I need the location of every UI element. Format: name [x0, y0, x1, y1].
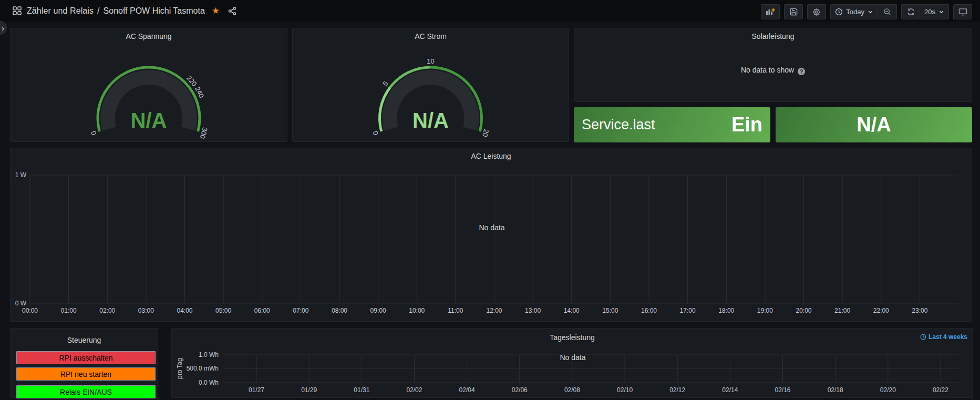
- no-data-message: No data: [479, 223, 504, 232]
- svg-text:0: 0: [89, 130, 98, 136]
- share-icon[interactable]: [228, 7, 236, 15]
- svg-text:21:00: 21:00: [834, 307, 850, 314]
- refresh-interval-label: 20s: [924, 8, 935, 16]
- svg-text:1.0 Wh: 1.0 Wh: [199, 351, 219, 358]
- svg-text:N/A: N/A: [131, 109, 167, 132]
- svg-text:02/18: 02/18: [828, 386, 843, 394]
- svg-text:02/20: 02/20: [880, 386, 896, 394]
- svg-text:02/16: 02/16: [775, 386, 790, 394]
- panel-steuerung: Steuerung RPI ausschalten RPI neu starte…: [10, 328, 158, 398]
- svg-text:01/27: 01/27: [249, 386, 264, 394]
- time-range-label: Today: [846, 8, 864, 16]
- svg-text:03:00: 03:00: [138, 307, 154, 314]
- svg-text:09:00: 09:00: [370, 307, 386, 314]
- svg-text:01/31: 01/31: [354, 386, 369, 394]
- svg-text:pro Tag: pro Tag: [176, 358, 183, 379]
- tagesleistung-plot: 1.0 Wh500.0 mWh0.0 Wh01/2701/2901/3102/0…: [172, 329, 973, 397]
- svg-text:0 W: 0 W: [15, 300, 27, 307]
- svg-text:0.0 Wh: 0.0 Wh: [199, 379, 219, 386]
- svg-text:19:00: 19:00: [757, 307, 773, 314]
- zoom-out-button[interactable]: [878, 4, 897, 19]
- svg-text:10: 10: [427, 57, 434, 65]
- svg-text:02/04: 02/04: [459, 386, 475, 394]
- kiosk-mode-button[interactable]: [953, 4, 972, 19]
- svg-text:5: 5: [381, 80, 389, 88]
- svg-text:22:00: 22:00: [873, 307, 889, 314]
- stat-value: N/A: [857, 114, 891, 136]
- svg-text:02/10: 02/10: [617, 386, 633, 394]
- svg-text:01:00: 01:00: [61, 307, 77, 314]
- dashboard-settings-button[interactable]: [807, 4, 826, 19]
- svg-text:18:00: 18:00: [718, 307, 734, 314]
- dashboards-grid-icon[interactable]: [13, 6, 22, 15]
- svg-text:23:00: 23:00: [912, 307, 927, 314]
- svg-text:12:00: 12:00: [486, 307, 502, 314]
- svg-text:15:00: 15:00: [602, 307, 618, 314]
- ac-leistung-plot: 1 W0 W00:0001:0002:0003:0004:0005:0006:0…: [11, 148, 972, 321]
- svg-text:11:00: 11:00: [448, 307, 463, 314]
- svg-text:02/22: 02/22: [933, 386, 948, 394]
- no-data-message: No data to show?: [574, 66, 972, 75]
- panel-title[interactable]: Solarleistung: [574, 32, 972, 40]
- time-range-picker[interactable]: Today: [830, 4, 878, 19]
- svg-text:20:00: 20:00: [796, 307, 811, 314]
- svg-text:1 W: 1 W: [15, 171, 27, 179]
- svg-text:04:00: 04:00: [177, 307, 192, 314]
- panel-solarleistung: Solarleistung No data to show?: [574, 28, 972, 102]
- ac-strom-gauge: 051020N/A: [293, 28, 569, 141]
- svg-text:02:00: 02:00: [99, 307, 115, 314]
- stat-service-last[interactable]: Service.last Ein: [574, 107, 770, 142]
- sidebar-toggle[interactable]: ›: [0, 21, 7, 35]
- refresh-interval-picker[interactable]: 20s: [920, 4, 949, 19]
- svg-text:02/12: 02/12: [669, 386, 685, 394]
- svg-text:300: 300: [199, 127, 209, 140]
- svg-text:05:00: 05:00: [215, 307, 231, 314]
- panel-title[interactable]: Steuerung: [11, 336, 158, 344]
- svg-text:00:00: 00:00: [22, 307, 38, 314]
- breadcrumb-folder[interactable]: Zähler und Relais: [27, 6, 94, 16]
- breadcrumb-dashboard[interactable]: Sonoff POW Hichi Tasmota: [104, 6, 205, 16]
- svg-text:20: 20: [481, 128, 490, 138]
- svg-text:02/02: 02/02: [406, 386, 422, 394]
- no-data-message: No data: [560, 353, 585, 362]
- relais-toggle-button[interactable]: Relais EIN/AUS: [16, 385, 156, 398]
- add-panel-button[interactable]: [761, 4, 780, 19]
- stat-label: Service.last: [582, 117, 655, 133]
- panel-ac-leistung: AC Leistung 1 W0 W00:0001:0002:0003:0004…: [10, 148, 972, 322]
- breadcrumb-separator: /: [97, 6, 99, 16]
- svg-text:0: 0: [372, 130, 380, 136]
- svg-text:06:00: 06:00: [254, 307, 270, 314]
- panel-ac-strom: AC Strom 051020N/A: [292, 28, 569, 142]
- svg-text:17:00: 17:00: [680, 307, 696, 314]
- svg-text:08:00: 08:00: [332, 307, 347, 314]
- panel-tagesleistung: Tagesleistung Last 4 weeks 1.0 Wh500.0 m…: [171, 328, 973, 398]
- help-icon[interactable]: ?: [798, 68, 805, 75]
- svg-text:02/06: 02/06: [512, 386, 528, 394]
- rpi-shutdown-button[interactable]: RPI ausschalten: [16, 351, 156, 364]
- svg-text:14:00: 14:00: [564, 307, 580, 314]
- navbar: Zähler und Relais / Sonoff POW Hichi Tas…: [0, 0, 980, 22]
- star-icon[interactable]: ★: [212, 6, 220, 15]
- stat-na[interactable]: N/A: [776, 107, 972, 142]
- refresh-button[interactable]: [901, 4, 920, 19]
- svg-text:16:00: 16:00: [641, 307, 657, 314]
- save-dashboard-button[interactable]: [784, 4, 803, 19]
- svg-text:02/08: 02/08: [564, 386, 580, 394]
- rpi-restart-button[interactable]: RPI neu starten: [16, 367, 156, 381]
- panel-ac-spannung: AC Spannung 0220240300N/A: [10, 28, 287, 142]
- ac-spannung-gauge: 0220240300N/A: [11, 28, 287, 141]
- stat-value: Ein: [731, 114, 762, 136]
- svg-text:01/29: 01/29: [301, 386, 317, 394]
- svg-text:500.0 mWh: 500.0 mWh: [187, 365, 219, 372]
- svg-text:10:00: 10:00: [409, 307, 425, 314]
- svg-text:07:00: 07:00: [293, 307, 308, 314]
- svg-text:N/A: N/A: [412, 109, 449, 132]
- svg-text:13:00: 13:00: [525, 307, 541, 314]
- svg-text:02/14: 02/14: [722, 386, 738, 394]
